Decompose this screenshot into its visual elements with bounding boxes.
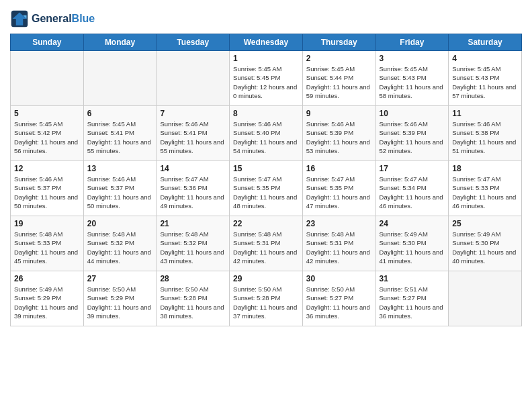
day-detail: Sunrise: 5:48 AMSunset: 5:31 PMDaylight:… <box>306 230 372 265</box>
day-detail: Sunrise: 5:45 AMSunset: 5:43 PMDaylight:… <box>452 64 518 100</box>
day-detail: Sunrise: 5:47 AMSunset: 5:33 PMDaylight:… <box>452 175 518 210</box>
day-number: 3 <box>380 54 445 63</box>
calendar-cell: 9Sunrise: 5:46 AMSunset: 5:39 PMDaylight… <box>302 106 375 161</box>
day-number: 18 <box>452 164 518 173</box>
day-detail: Sunrise: 5:46 AMSunset: 5:38 PMDaylight:… <box>452 120 518 155</box>
calendar-cell: 7Sunrise: 5:46 AMSunset: 5:41 PMDaylight… <box>157 106 230 161</box>
calendar-cell: 30Sunrise: 5:50 AMSunset: 5:27 PMDayligh… <box>302 271 375 326</box>
day-detail: Sunrise: 5:49 AMSunset: 5:30 PMDaylight:… <box>452 230 518 265</box>
calendar-cell: 20Sunrise: 5:48 AMSunset: 5:32 PMDayligh… <box>83 216 157 271</box>
calendar-cell: 3Sunrise: 5:45 AMSunset: 5:43 PMDaylight… <box>375 51 449 106</box>
logo-text: GeneralBlue <box>32 12 95 25</box>
calendar-cell: 17Sunrise: 5:47 AMSunset: 5:34 PMDayligh… <box>375 161 449 216</box>
calendar-cell: 15Sunrise: 5:47 AMSunset: 5:35 PMDayligh… <box>230 161 303 216</box>
calendar-cell: 2Sunrise: 5:45 AMSunset: 5:44 PMDaylight… <box>302 51 375 106</box>
calendar-cell: 27Sunrise: 5:50 AMSunset: 5:29 PMDayligh… <box>83 271 157 326</box>
calendar-week-4: 26Sunrise: 5:49 AMSunset: 5:29 PMDayligh… <box>11 271 522 326</box>
day-number: 26 <box>14 274 80 283</box>
calendar-cell: 8Sunrise: 5:46 AMSunset: 5:40 PMDaylight… <box>230 106 303 161</box>
day-number: 31 <box>380 274 445 283</box>
weekday-header-thursday: Thursday <box>302 34 375 51</box>
calendar-cell: 28Sunrise: 5:50 AMSunset: 5:28 PMDayligh… <box>157 271 230 326</box>
calendar-cell <box>83 51 157 106</box>
logo: GeneralBlue <box>10 9 95 28</box>
day-detail: Sunrise: 5:45 AMSunset: 5:44 PMDaylight:… <box>306 64 372 100</box>
day-detail: Sunrise: 5:45 AMSunset: 5:41 PMDaylight:… <box>87 120 153 155</box>
day-number: 8 <box>233 109 299 118</box>
day-detail: Sunrise: 5:50 AMSunset: 5:27 PMDaylight:… <box>306 285 372 320</box>
day-detail: Sunrise: 5:49 AMSunset: 5:30 PMDaylight:… <box>380 230 445 265</box>
day-detail: Sunrise: 5:46 AMSunset: 5:41 PMDaylight:… <box>160 120 226 155</box>
calendar-cell: 11Sunrise: 5:46 AMSunset: 5:38 PMDayligh… <box>449 106 522 161</box>
day-detail: Sunrise: 5:48 AMSunset: 5:32 PMDaylight:… <box>160 230 226 265</box>
day-number: 30 <box>306 274 372 283</box>
calendar-cell: 29Sunrise: 5:50 AMSunset: 5:28 PMDayligh… <box>230 271 303 326</box>
weekday-header-saturday: Saturday <box>449 34 522 51</box>
day-detail: Sunrise: 5:47 AMSunset: 5:34 PMDaylight:… <box>380 175 445 210</box>
day-number: 28 <box>160 274 226 283</box>
calendar-week-3: 19Sunrise: 5:48 AMSunset: 5:33 PMDayligh… <box>11 216 522 271</box>
day-detail: Sunrise: 5:48 AMSunset: 5:31 PMDaylight:… <box>233 230 299 265</box>
calendar-cell: 25Sunrise: 5:49 AMSunset: 5:30 PMDayligh… <box>449 216 522 271</box>
day-number: 13 <box>87 164 153 173</box>
weekday-header-wednesday: Wednesday <box>230 34 303 51</box>
calendar-cell <box>449 271 522 326</box>
day-detail: Sunrise: 5:46 AMSunset: 5:39 PMDaylight:… <box>380 120 445 155</box>
calendar-cell <box>11 51 84 106</box>
calendar-cell: 31Sunrise: 5:51 AMSunset: 5:27 PMDayligh… <box>375 271 449 326</box>
day-number: 21 <box>160 219 226 228</box>
day-number: 1 <box>233 54 299 63</box>
day-detail: Sunrise: 5:49 AMSunset: 5:29 PMDaylight:… <box>14 285 80 320</box>
weekday-header-monday: Monday <box>83 34 157 51</box>
day-number: 11 <box>452 109 518 118</box>
calendar-cell: 12Sunrise: 5:46 AMSunset: 5:37 PMDayligh… <box>11 161 84 216</box>
day-detail: Sunrise: 5:50 AMSunset: 5:29 PMDaylight:… <box>87 285 153 320</box>
day-number: 29 <box>233 274 299 283</box>
day-number: 16 <box>306 164 372 173</box>
header: GeneralBlue <box>10 7 522 28</box>
calendar-week-0: 1Sunrise: 5:45 AMSunset: 5:45 PMDaylight… <box>11 51 522 106</box>
logo-icon <box>10 9 29 28</box>
calendar-cell: 6Sunrise: 5:45 AMSunset: 5:41 PMDaylight… <box>83 106 157 161</box>
day-number: 27 <box>87 274 153 283</box>
day-number: 10 <box>380 109 445 118</box>
day-number: 6 <box>87 109 153 118</box>
day-detail: Sunrise: 5:50 AMSunset: 5:28 PMDaylight:… <box>160 285 226 320</box>
calendar-cell: 16Sunrise: 5:47 AMSunset: 5:35 PMDayligh… <box>302 161 375 216</box>
day-detail: Sunrise: 5:46 AMSunset: 5:40 PMDaylight:… <box>233 120 299 155</box>
day-detail: Sunrise: 5:47 AMSunset: 5:35 PMDaylight:… <box>233 175 299 210</box>
day-detail: Sunrise: 5:45 AMSunset: 5:42 PMDaylight:… <box>14 120 80 155</box>
calendar-cell: 23Sunrise: 5:48 AMSunset: 5:31 PMDayligh… <box>302 216 375 271</box>
day-detail: Sunrise: 5:45 AMSunset: 5:43 PMDaylight:… <box>380 64 445 100</box>
calendar-cell: 10Sunrise: 5:46 AMSunset: 5:39 PMDayligh… <box>375 106 449 161</box>
calendar-cell: 13Sunrise: 5:46 AMSunset: 5:37 PMDayligh… <box>83 161 157 216</box>
calendar-cell: 1Sunrise: 5:45 AMSunset: 5:45 PMDaylight… <box>230 51 303 106</box>
day-number: 9 <box>306 109 372 118</box>
weekday-header-tuesday: Tuesday <box>157 34 230 51</box>
weekday-header-row: SundayMondayTuesdayWednesdayThursdayFrid… <box>11 34 522 51</box>
day-number: 23 <box>306 219 372 228</box>
calendar-cell: 19Sunrise: 5:48 AMSunset: 5:33 PMDayligh… <box>11 216 84 271</box>
calendar-cell: 4Sunrise: 5:45 AMSunset: 5:43 PMDaylight… <box>449 51 522 106</box>
weekday-header-sunday: Sunday <box>11 34 84 51</box>
day-number: 7 <box>160 109 226 118</box>
calendar-week-1: 5Sunrise: 5:45 AMSunset: 5:42 PMDaylight… <box>11 106 522 161</box>
day-number: 17 <box>380 164 445 173</box>
day-number: 12 <box>14 164 80 173</box>
calendar-table: SundayMondayTuesdayWednesdayThursdayFrid… <box>10 34 522 326</box>
calendar-week-2: 12Sunrise: 5:46 AMSunset: 5:37 PMDayligh… <box>11 161 522 216</box>
day-detail: Sunrise: 5:47 AMSunset: 5:36 PMDaylight:… <box>160 175 226 210</box>
calendar-cell: 22Sunrise: 5:48 AMSunset: 5:31 PMDayligh… <box>230 216 303 271</box>
day-number: 2 <box>306 54 372 63</box>
day-number: 20 <box>87 219 153 228</box>
day-detail: Sunrise: 5:46 AMSunset: 5:37 PMDaylight:… <box>14 175 80 210</box>
day-detail: Sunrise: 5:47 AMSunset: 5:35 PMDaylight:… <box>306 175 372 210</box>
day-detail: Sunrise: 5:51 AMSunset: 5:27 PMDaylight:… <box>380 285 445 320</box>
calendar-cell <box>157 51 230 106</box>
day-number: 5 <box>14 109 80 118</box>
day-number: 14 <box>160 164 226 173</box>
day-detail: Sunrise: 5:48 AMSunset: 5:32 PMDaylight:… <box>87 230 153 265</box>
weekday-header-friday: Friday <box>375 34 449 51</box>
day-detail: Sunrise: 5:50 AMSunset: 5:28 PMDaylight:… <box>233 285 299 320</box>
day-number: 22 <box>233 219 299 228</box>
